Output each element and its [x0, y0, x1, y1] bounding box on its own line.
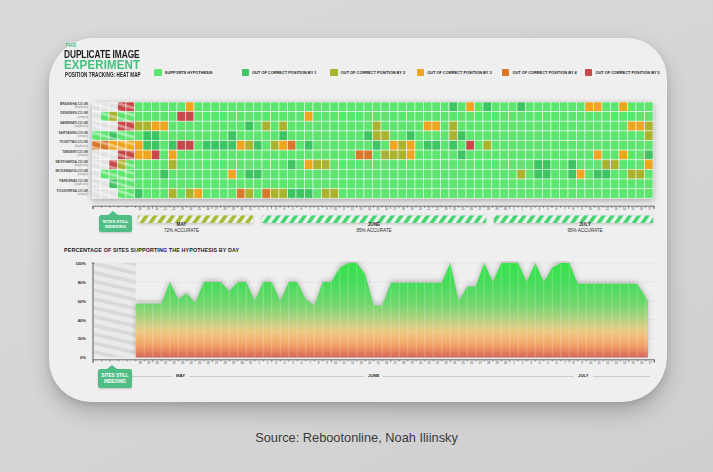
svg-text:7: 7	[563, 207, 565, 211]
svg-text:21: 21	[427, 361, 431, 365]
svg-text:24: 24	[452, 361, 456, 365]
svg-text:13: 13	[614, 361, 618, 365]
svg-text:25: 25	[197, 361, 201, 365]
svg-text:30: 30	[503, 207, 507, 211]
svg-text:4: 4	[283, 207, 285, 211]
svg-text:22: 22	[172, 361, 176, 365]
svg-text:7: 7	[308, 207, 310, 211]
svg-text:1: 1	[512, 207, 514, 211]
svg-text:9: 9	[326, 361, 328, 365]
svg-text:10: 10	[588, 361, 592, 365]
svg-text:8: 8	[572, 361, 574, 365]
svg-text:19: 19	[410, 361, 414, 365]
svg-text:28: 28	[486, 207, 490, 211]
svg-text:31: 31	[248, 207, 252, 211]
svg-text:27: 27	[214, 361, 218, 365]
svg-text:28: 28	[223, 207, 227, 211]
svg-text:95% ACCURATE: 95% ACCURATE	[567, 228, 602, 233]
svg-text:20: 20	[418, 207, 422, 211]
svg-text:23: 23	[444, 361, 448, 365]
svg-text:7: 7	[564, 361, 566, 365]
svg-text:3: 3	[275, 361, 277, 365]
svg-text:2: 2	[266, 361, 268, 365]
svg-text:17: 17	[393, 207, 397, 211]
svg-text:26: 26	[206, 361, 210, 365]
svg-text:15: 15	[376, 361, 380, 365]
svg-text:2: 2	[266, 207, 268, 211]
svg-text:6: 6	[300, 207, 302, 211]
svg-text:28: 28	[486, 361, 490, 365]
svg-text:12: 12	[350, 361, 354, 365]
svg-text:1: 1	[258, 361, 260, 365]
svg-text:10: 10	[333, 207, 337, 211]
svg-text:25: 25	[461, 361, 465, 365]
svg-text:16: 16	[639, 361, 643, 365]
svg-text:28: 28	[223, 361, 227, 365]
svg-text:26: 26	[469, 361, 473, 365]
svg-text:12: 12	[350, 207, 354, 211]
svg-text:14: 14	[367, 207, 371, 211]
svg-text:15: 15	[631, 207, 635, 211]
svg-text:17: 17	[648, 361, 652, 365]
svg-text:23: 23	[180, 207, 184, 211]
svg-text:16: 16	[384, 207, 388, 211]
svg-text:18: 18	[401, 361, 405, 365]
svg-text:15: 15	[376, 207, 380, 211]
svg-text:26: 26	[206, 207, 210, 211]
svg-text:3: 3	[529, 207, 531, 211]
svg-text:9: 9	[581, 361, 583, 365]
svg-text:12: 12	[605, 361, 609, 365]
svg-text:11: 11	[597, 361, 600, 365]
svg-text:21: 21	[427, 207, 431, 211]
svg-text:JULY: JULY	[579, 222, 591, 227]
svg-text:13: 13	[614, 207, 618, 211]
svg-text:2: 2	[521, 207, 523, 211]
svg-text:22: 22	[435, 207, 439, 211]
svg-text:5: 5	[547, 361, 549, 365]
svg-text:4: 4	[538, 207, 540, 211]
svg-text:8: 8	[572, 207, 574, 211]
svg-text:20: 20	[155, 207, 159, 211]
svg-text:11: 11	[342, 207, 345, 211]
svg-text:27: 27	[478, 361, 482, 365]
svg-text:27: 27	[214, 207, 218, 211]
svg-text:6: 6	[555, 207, 557, 211]
svg-text:29: 29	[231, 361, 235, 365]
svg-text:8: 8	[317, 361, 319, 365]
svg-text:20: 20	[155, 361, 159, 365]
svg-text:14: 14	[622, 207, 626, 211]
svg-text:85% ACCURATE: 85% ACCURATE	[356, 228, 391, 233]
svg-text:25: 25	[461, 207, 465, 211]
svg-text:21: 21	[163, 361, 167, 365]
svg-text:22: 22	[435, 361, 439, 365]
svg-text:13: 13	[359, 361, 363, 365]
svg-text:7: 7	[309, 361, 311, 365]
svg-text:9: 9	[580, 207, 582, 211]
svg-text:5: 5	[546, 207, 548, 211]
svg-text:1: 1	[257, 207, 259, 211]
svg-text:72% ACCURATE: 72% ACCURATE	[163, 228, 198, 233]
svg-text:19: 19	[410, 207, 414, 211]
svg-text:8: 8	[317, 207, 319, 211]
svg-text:26: 26	[469, 207, 473, 211]
svg-text:30: 30	[240, 361, 244, 365]
svg-text:6: 6	[300, 361, 302, 365]
svg-text:9: 9	[325, 207, 327, 211]
svg-text:18: 18	[138, 361, 142, 365]
svg-text:30: 30	[503, 361, 507, 365]
svg-text:23: 23	[180, 361, 184, 365]
svg-text:3: 3	[530, 361, 532, 365]
svg-text:1: 1	[513, 361, 515, 365]
svg-text:5: 5	[291, 207, 293, 211]
svg-text:4: 4	[538, 361, 540, 365]
svg-text:17: 17	[393, 361, 397, 365]
svg-text:19: 19	[146, 207, 150, 211]
svg-text:14: 14	[367, 361, 371, 365]
svg-text:10: 10	[588, 207, 592, 211]
svg-text:4: 4	[283, 361, 285, 365]
svg-text:17: 17	[648, 207, 652, 211]
svg-text:6: 6	[555, 361, 557, 365]
svg-text:24: 24	[189, 361, 193, 365]
svg-text:29: 29	[231, 207, 235, 211]
svg-text:15: 15	[631, 361, 635, 365]
